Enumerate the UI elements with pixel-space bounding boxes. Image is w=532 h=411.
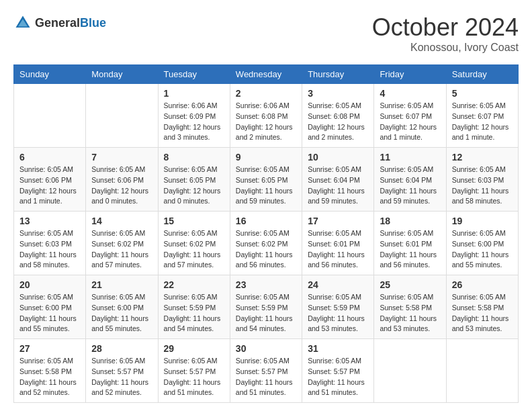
day-number: 5 [452, 88, 513, 99]
calendar-cell: 29Sunrise: 6:05 AMSunset: 5:57 PMDayligh… [158, 339, 230, 403]
day-info: Sunrise: 6:05 AMSunset: 5:59 PMDaylight:… [236, 292, 296, 334]
day-number: 29 [164, 343, 224, 354]
day-info: Sunrise: 6:05 AMSunset: 6:07 PMDaylight:… [380, 101, 440, 143]
day-number: 14 [91, 216, 152, 226]
day-info: Sunrise: 6:05 AMSunset: 5:58 PMDaylight:… [452, 292, 513, 334]
day-info: Sunrise: 6:05 AMSunset: 5:58 PMDaylight:… [19, 356, 80, 398]
day-number: 20 [19, 279, 80, 290]
day-number: 25 [380, 279, 440, 290]
day-info: Sunrise: 6:05 AMSunset: 5:57 PMDaylight:… [91, 356, 152, 398]
day-number: 30 [236, 343, 296, 354]
calendar-cell: 3Sunrise: 6:05 AMSunset: 6:08 PMDaylight… [302, 84, 374, 148]
day-info: Sunrise: 6:05 AMSunset: 5:58 PMDaylight:… [380, 292, 440, 334]
weekday-header-friday: Friday [374, 65, 446, 84]
day-number: 4 [380, 88, 440, 99]
calendar-cell: 9Sunrise: 6:05 AMSunset: 6:05 PMDaylight… [230, 148, 302, 212]
calendar-cell: 25Sunrise: 6:05 AMSunset: 5:58 PMDayligh… [374, 275, 446, 339]
day-info: Sunrise: 6:05 AMSunset: 6:00 PMDaylight:… [452, 228, 513, 271]
weekday-header-tuesday: Tuesday [158, 65, 230, 84]
calendar-cell: 23Sunrise: 6:05 AMSunset: 5:59 PMDayligh… [230, 275, 302, 339]
calendar-cell: 27Sunrise: 6:05 AMSunset: 5:58 PMDayligh… [14, 339, 86, 403]
calendar-cell: 30Sunrise: 6:05 AMSunset: 5:57 PMDayligh… [230, 339, 302, 403]
day-info: Sunrise: 6:05 AMSunset: 6:05 PMDaylight:… [164, 165, 224, 207]
calendar-cell: 14Sunrise: 6:05 AMSunset: 6:02 PMDayligh… [86, 212, 158, 275]
calendar-week-row: 6Sunrise: 6:05 AMSunset: 6:06 PMDaylight… [14, 148, 519, 212]
day-info: Sunrise: 6:05 AMSunset: 6:00 PMDaylight:… [91, 292, 152, 334]
day-number: 2 [236, 88, 296, 99]
day-info: Sunrise: 6:05 AMSunset: 5:57 PMDaylight:… [236, 356, 296, 398]
calendar-cell: 7Sunrise: 6:05 AMSunset: 6:06 PMDaylight… [86, 148, 158, 212]
calendar-cell [14, 84, 86, 148]
day-info: Sunrise: 6:05 AMSunset: 5:57 PMDaylight:… [164, 356, 224, 398]
calendar-cell: 28Sunrise: 6:05 AMSunset: 5:57 PMDayligh… [86, 339, 158, 403]
day-number: 24 [308, 279, 368, 290]
calendar-table: SundayMondayTuesdayWednesdayThursdayFrid… [13, 64, 519, 403]
day-info: Sunrise: 6:05 AMSunset: 5:59 PMDaylight:… [164, 292, 224, 334]
calendar-cell [86, 84, 158, 148]
day-number: 13 [19, 216, 80, 226]
day-number: 1 [164, 88, 224, 99]
day-number: 9 [236, 152, 296, 163]
day-number: 19 [452, 216, 513, 226]
day-number: 22 [164, 279, 224, 290]
calendar-cell: 5Sunrise: 6:05 AMSunset: 6:07 PMDaylight… [446, 84, 518, 148]
calendar-cell [446, 339, 518, 403]
location-title: Konossou, Ivory Coast [372, 42, 519, 54]
day-info: Sunrise: 6:05 AMSunset: 6:01 PMDaylight:… [308, 228, 368, 271]
day-info: Sunrise: 6:05 AMSunset: 6:06 PMDaylight:… [91, 165, 152, 207]
calendar-cell: 24Sunrise: 6:05 AMSunset: 5:59 PMDayligh… [302, 275, 374, 339]
calendar-cell: 11Sunrise: 6:05 AMSunset: 6:04 PMDayligh… [374, 148, 446, 212]
calendar-week-row: 27Sunrise: 6:05 AMSunset: 5:58 PMDayligh… [14, 339, 519, 403]
weekday-header-thursday: Thursday [302, 65, 374, 84]
calendar-cell [374, 339, 446, 403]
day-number: 3 [308, 88, 368, 99]
calendar-cell: 10Sunrise: 6:05 AMSunset: 6:04 PMDayligh… [302, 148, 374, 212]
day-info: Sunrise: 6:05 AMSunset: 6:04 PMDaylight:… [308, 165, 368, 207]
calendar-cell: 6Sunrise: 6:05 AMSunset: 6:06 PMDaylight… [14, 148, 86, 212]
calendar-cell: 31Sunrise: 6:05 AMSunset: 5:57 PMDayligh… [302, 339, 374, 403]
calendar-cell: 2Sunrise: 6:06 AMSunset: 6:08 PMDaylight… [230, 84, 302, 148]
calendar-cell: 17Sunrise: 6:05 AMSunset: 6:01 PMDayligh… [302, 212, 374, 275]
weekday-header-saturday: Saturday [446, 65, 518, 84]
day-number: 27 [19, 343, 80, 354]
day-number: 28 [91, 343, 152, 354]
calendar-week-row: 1Sunrise: 6:06 AMSunset: 6:09 PMDaylight… [14, 84, 519, 148]
month-year-title: October 2024 [372, 13, 519, 42]
calendar-cell: 12Sunrise: 6:05 AMSunset: 6:03 PMDayligh… [446, 148, 518, 212]
day-number: 6 [19, 152, 80, 163]
header: GeneralBlue October 2024 Konossou, Ivory… [13, 13, 519, 54]
day-number: 26 [452, 279, 513, 290]
day-info: Sunrise: 6:05 AMSunset: 6:00 PMDaylight:… [19, 292, 80, 334]
calendar-cell: 26Sunrise: 6:05 AMSunset: 5:58 PMDayligh… [446, 275, 518, 339]
day-info: Sunrise: 6:05 AMSunset: 6:05 PMDaylight:… [236, 165, 296, 207]
day-number: 16 [236, 216, 296, 226]
day-number: 8 [164, 152, 224, 163]
calendar-cell: 1Sunrise: 6:06 AMSunset: 6:09 PMDaylight… [158, 84, 230, 148]
day-info: Sunrise: 6:05 AMSunset: 6:07 PMDaylight:… [452, 101, 513, 143]
weekday-header-monday: Monday [86, 65, 158, 84]
calendar-cell: 19Sunrise: 6:05 AMSunset: 6:00 PMDayligh… [446, 212, 518, 275]
day-info: Sunrise: 6:05 AMSunset: 6:02 PMDaylight:… [164, 228, 224, 271]
calendar-cell: 15Sunrise: 6:05 AMSunset: 6:02 PMDayligh… [158, 212, 230, 275]
calendar-cell: 4Sunrise: 6:05 AMSunset: 6:07 PMDaylight… [374, 84, 446, 148]
calendar-cell: 13Sunrise: 6:05 AMSunset: 6:03 PMDayligh… [14, 212, 86, 275]
weekday-header-sunday: Sunday [14, 65, 86, 84]
calendar-cell: 16Sunrise: 6:05 AMSunset: 6:02 PMDayligh… [230, 212, 302, 275]
day-number: 7 [91, 152, 152, 163]
day-info: Sunrise: 6:05 AMSunset: 6:03 PMDaylight:… [19, 228, 80, 271]
day-info: Sunrise: 6:05 AMSunset: 6:04 PMDaylight:… [380, 165, 440, 207]
day-number: 23 [236, 279, 296, 290]
title-area: October 2024 Konossou, Ivory Coast [372, 13, 519, 54]
day-number: 10 [308, 152, 368, 163]
day-info: Sunrise: 6:05 AMSunset: 6:02 PMDaylight:… [91, 228, 152, 271]
logo: GeneralBlue [13, 13, 106, 32]
day-number: 31 [308, 343, 368, 354]
day-number: 12 [452, 152, 513, 163]
weekday-header-wednesday: Wednesday [230, 65, 302, 84]
calendar-cell: 20Sunrise: 6:05 AMSunset: 6:00 PMDayligh… [14, 275, 86, 339]
day-info: Sunrise: 6:05 AMSunset: 5:57 PMDaylight:… [308, 356, 368, 398]
calendar-week-row: 20Sunrise: 6:05 AMSunset: 6:00 PMDayligh… [14, 275, 519, 339]
day-number: 21 [91, 279, 152, 290]
day-number: 17 [308, 216, 368, 226]
logo-icon [13, 13, 32, 32]
